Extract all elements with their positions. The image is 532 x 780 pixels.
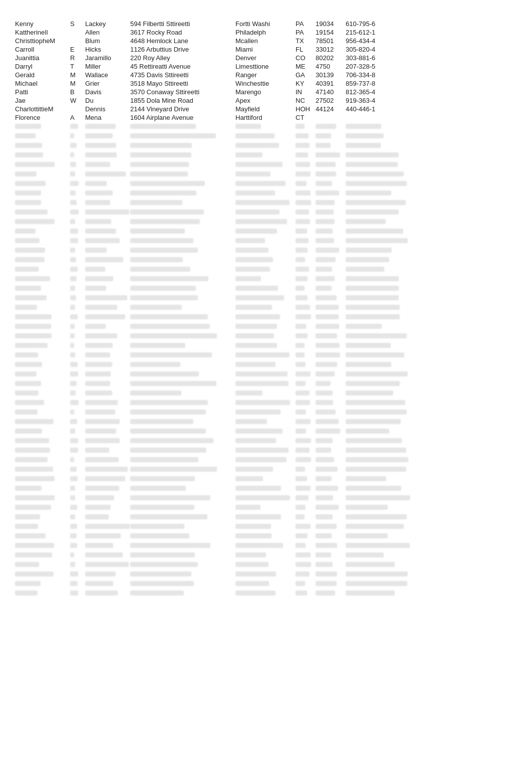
table-row-blurred (15, 322, 517, 330)
table-row: MichaelMGrier3518 Mayo SttireettiWinches… (15, 80, 517, 87)
table-row-blurred (15, 379, 517, 387)
table-row-blurred (15, 427, 517, 435)
table-row-blurred (15, 456, 517, 464)
table-row-blurred (15, 475, 517, 483)
table-row-blurred (15, 570, 517, 578)
table-row-blurred (15, 446, 517, 454)
table-row-blurred (15, 208, 517, 216)
table-row-blurred (15, 294, 517, 302)
table-row: FlorenceAMena1604 Airplane AvenueHarttif… (15, 114, 517, 121)
table-row-blurred (15, 218, 517, 226)
table-row: ChristtiopheMBlum4648 Hemlock LaneMcalle… (15, 37, 517, 45)
table-row-blurred (15, 370, 517, 378)
table-row-blurred (15, 513, 517, 521)
table-row-blurred (15, 532, 517, 540)
table-row-blurred (15, 503, 517, 511)
table-row-blurred (15, 227, 517, 235)
table-row-blurred (15, 418, 517, 426)
table-row: KennySLackey594 Filbertti SttireettiFort… (15, 20, 517, 28)
table-row-blurred (15, 389, 517, 397)
table-row-blurred (15, 589, 517, 597)
table-row: JuanittiaRJaramillo220 Roy AlleyDenverCO… (15, 54, 517, 62)
table-row-blurred (15, 275, 517, 283)
table-row-blurred (15, 179, 517, 187)
table-row-blurred (15, 522, 517, 530)
table-row: DarrylTMiller45 Rettireatti AvenueLimest… (15, 63, 517, 70)
table-row-blurred (15, 160, 517, 168)
table-row-blurred (15, 551, 517, 559)
table-row: GeraldMWallace4735 Davis SttireettiRange… (15, 71, 517, 79)
table-row: JaeWDu1855 Dola Mine RoadApexNC27502919-… (15, 97, 517, 104)
table-row: CharlottittieMDennis2144 Vineyard DriveM… (15, 105, 517, 113)
table-row-blurred (15, 237, 517, 245)
table-row-blurred (15, 199, 517, 207)
table-row-blurred (15, 351, 517, 359)
table-row-blurred (15, 132, 517, 140)
table-row-blurred (15, 437, 517, 445)
table-row-blurred (15, 170, 517, 178)
table-row-blurred (15, 465, 517, 473)
table-row-blurred (15, 579, 517, 588)
table-row-blurred (15, 313, 517, 321)
table-row-blurred (15, 151, 517, 159)
table-row-blurred (15, 360, 517, 368)
table-row-blurred (15, 484, 517, 492)
table-row-blurred (15, 541, 517, 549)
table-row-blurred (15, 256, 517, 264)
table-row-blurred (15, 265, 517, 273)
table-row-blurred (15, 303, 517, 311)
table-row-blurred (15, 246, 517, 254)
data-table: KennySLackey594 Filbertti SttireettiFort… (15, 20, 517, 597)
table-row-blurred (15, 141, 517, 149)
table-row-blurred (15, 332, 517, 340)
table-row-blurred (15, 408, 517, 416)
table-row-blurred (15, 494, 517, 502)
table-row: PattiBDavis3570 Conaway SttireettiMareng… (15, 88, 517, 96)
table-row-blurred (15, 341, 517, 349)
table-row-blurred (15, 189, 517, 197)
table-row: CarrollEHicks1126 Arbuttius DriveMiamiFL… (15, 46, 517, 53)
table-row-blurred (15, 284, 517, 292)
table-row: KattherinelIAllen3617 Rocky RoadPhiladel… (15, 29, 517, 36)
table-row-blurred (15, 122, 517, 130)
table-row-blurred (15, 399, 517, 407)
table-row-blurred (15, 560, 517, 568)
